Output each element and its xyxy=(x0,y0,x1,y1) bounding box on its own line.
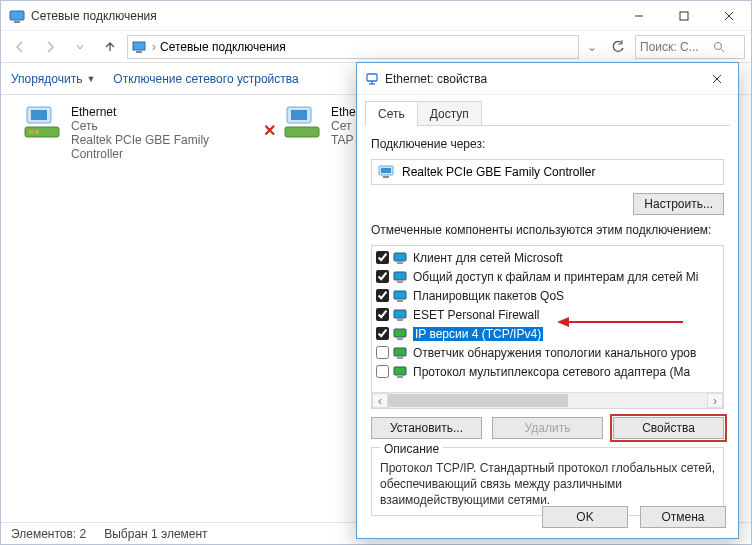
dialog-close-button[interactable] xyxy=(704,68,730,90)
nav-forward-button[interactable] xyxy=(37,34,63,60)
svg-rect-16 xyxy=(291,110,307,120)
component-item[interactable]: IP версии 4 (TCP/IPv4) xyxy=(372,324,723,343)
svg-rect-24 xyxy=(381,168,391,173)
cancel-button[interactable]: Отмена xyxy=(640,506,726,528)
breadcrumb-item[interactable]: Сетевые подключения xyxy=(160,40,286,54)
address-bar: › Сетевые подключения ⌄ xyxy=(1,31,751,63)
component-label: ESET Personal Firewall xyxy=(413,308,540,322)
component-label: Общий доступ к файлам и принтерам для се… xyxy=(413,270,698,284)
nav-dropdown-button[interactable] xyxy=(67,34,93,60)
components-listbox[interactable]: Клиент для сетей MicrosoftОбщий доступ к… xyxy=(371,245,724,409)
svg-rect-13 xyxy=(29,130,33,134)
search-box[interactable] xyxy=(635,35,745,59)
component-icon xyxy=(393,251,409,265)
component-icon xyxy=(393,308,409,322)
scroll-left-button[interactable]: ‹ xyxy=(372,393,388,408)
window-title: Сетевые подключения xyxy=(31,9,157,23)
svg-rect-3 xyxy=(680,12,688,20)
tab-access[interactable]: Доступ xyxy=(417,101,482,126)
connect-using-label: Подключение через: xyxy=(371,137,724,151)
svg-rect-18 xyxy=(367,74,377,81)
refresh-button[interactable] xyxy=(605,34,631,60)
scroll-thumb[interactable] xyxy=(388,394,568,407)
connection-name: Ethe xyxy=(331,105,356,119)
uninstall-button: Удалить xyxy=(492,417,603,439)
svg-rect-37 xyxy=(397,357,403,359)
breadcrumb[interactable]: › Сетевые подключения xyxy=(127,35,579,59)
component-checkbox[interactable] xyxy=(376,251,389,264)
nav-back-button[interactable] xyxy=(7,34,33,60)
dialog-titlebar: Ethernet: свойства xyxy=(357,63,738,95)
status-selected: Выбран 1 элемент xyxy=(104,527,207,541)
tab-network[interactable]: Сеть xyxy=(365,101,418,126)
component-label: IP версии 4 (TCP/IPv4) xyxy=(413,327,543,341)
properties-button[interactable]: Свойства xyxy=(613,417,724,439)
close-button[interactable] xyxy=(706,2,751,30)
organize-menu[interactable]: Упорядочить ▼ xyxy=(11,72,95,86)
svg-rect-27 xyxy=(397,262,403,264)
connection-device: TAP xyxy=(331,133,356,147)
search-input[interactable] xyxy=(640,40,710,54)
component-icon xyxy=(393,346,409,360)
network-icon xyxy=(132,40,148,54)
dialog-tabs: Сеть Доступ xyxy=(357,95,738,126)
component-icon xyxy=(393,289,409,303)
scroll-track[interactable] xyxy=(388,393,707,408)
description-legend: Описание xyxy=(380,442,443,456)
component-checkbox[interactable] xyxy=(376,327,389,340)
component-checkbox[interactable] xyxy=(376,289,389,302)
minimize-button[interactable] xyxy=(616,2,661,30)
ok-button[interactable]: OK xyxy=(542,506,628,528)
tab-panel-network: Подключение через: Realtek PCIe GBE Fami… xyxy=(357,127,738,522)
svg-rect-6 xyxy=(133,42,145,50)
adapter-icon xyxy=(283,105,325,141)
connection-network: Сеть xyxy=(71,119,240,133)
chevron-down-icon: ▼ xyxy=(86,74,95,84)
component-label: Протокол мультиплексора сетевого адаптер… xyxy=(413,365,690,379)
svg-rect-32 xyxy=(394,310,406,318)
search-icon[interactable] xyxy=(713,41,725,53)
svg-rect-25 xyxy=(383,176,389,178)
svg-rect-38 xyxy=(394,367,406,375)
configure-button[interactable]: Настроить... xyxy=(633,193,724,215)
component-item[interactable]: Общий доступ к файлам и принтерам для се… xyxy=(372,267,723,286)
adapter-box: Realtek PCIe GBE Family Controller xyxy=(371,159,724,185)
svg-rect-17 xyxy=(285,127,319,137)
install-button[interactable]: Установить... xyxy=(371,417,482,439)
component-item[interactable]: Протокол мультиплексора сетевого адаптер… xyxy=(372,362,723,381)
svg-rect-34 xyxy=(394,329,406,337)
svg-line-9 xyxy=(721,49,724,52)
svg-rect-26 xyxy=(394,253,406,261)
components-label: Отмеченные компоненты используются этим … xyxy=(371,223,724,237)
description-text: Протокол TCP/IP. Стандартный протокол гл… xyxy=(380,460,715,509)
adapter-icon xyxy=(23,105,65,141)
component-label: Ответчик обнаружения топологии канальног… xyxy=(413,346,696,360)
scroll-right-button[interactable]: › xyxy=(707,393,723,408)
component-item[interactable]: Клиент для сетей Microsoft xyxy=(372,248,723,267)
maximize-button[interactable] xyxy=(661,2,706,30)
ethernet-properties-dialog: Ethernet: свойства Сеть Доступ Подключен… xyxy=(356,62,739,539)
component-checkbox[interactable] xyxy=(376,270,389,283)
nav-up-button[interactable] xyxy=(97,34,123,60)
chevron-right-icon: › xyxy=(152,40,156,54)
component-checkbox[interactable] xyxy=(376,346,389,359)
horizontal-scrollbar[interactable]: ‹ › xyxy=(372,392,723,408)
app-icon xyxy=(9,8,25,24)
component-item[interactable]: Ответчик обнаружения топологии канальног… xyxy=(372,343,723,362)
dialog-title: Ethernet: свойства xyxy=(385,72,704,86)
connection-item[interactable]: Ethernet Сеть Realtek PCIe GBE Family Co… xyxy=(19,101,244,165)
component-item[interactable]: Планировщик пакетов QoS xyxy=(372,286,723,305)
svg-rect-30 xyxy=(394,291,406,299)
component-checkbox[interactable] xyxy=(376,365,389,378)
component-label: Клиент для сетей Microsoft xyxy=(413,251,563,265)
component-item[interactable]: ESET Personal Firewall xyxy=(372,305,723,324)
svg-rect-14 xyxy=(35,130,39,134)
breadcrumb-dropdown-button[interactable]: ⌄ xyxy=(583,40,601,54)
svg-rect-28 xyxy=(394,272,406,280)
component-checkbox[interactable] xyxy=(376,308,389,321)
disable-device-link[interactable]: Отключение сетевого устройства xyxy=(113,72,298,86)
svg-rect-39 xyxy=(397,376,403,378)
connection-name: Ethernet xyxy=(71,105,240,119)
disabled-overlay-icon: ✕ xyxy=(263,121,276,140)
status-count: Элементов: 2 xyxy=(11,527,86,541)
